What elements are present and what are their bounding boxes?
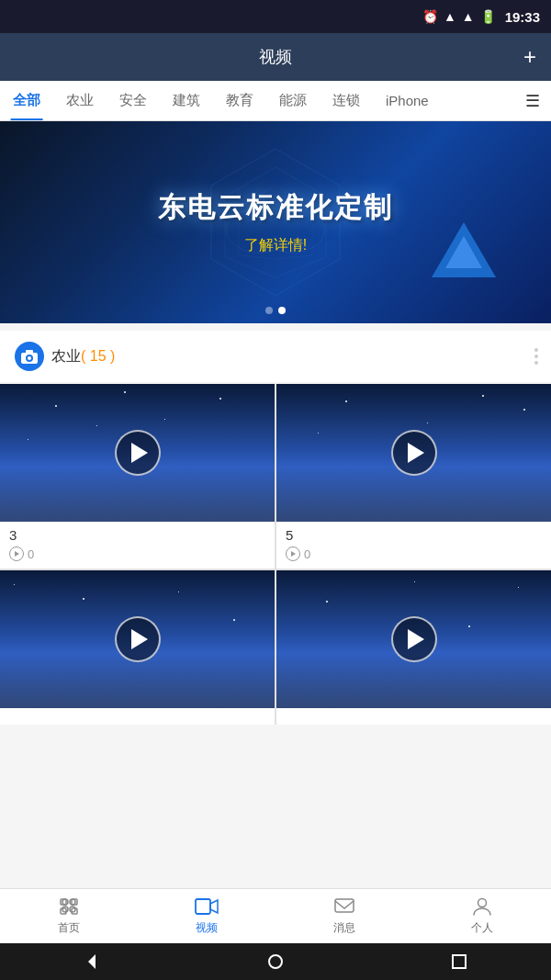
recents-button[interactable] [450, 952, 468, 971]
views-icon-2 [286, 546, 300, 561]
svg-point-18 [478, 899, 487, 907]
section-category-icon [15, 342, 44, 371]
signal-icon: ▲ [462, 9, 475, 24]
svg-point-6 [28, 356, 31, 360]
video-card-1[interactable]: 3 0 [0, 384, 275, 569]
svg-point-8 [70, 899, 75, 905]
section-count: ( 15 ) [81, 348, 115, 364]
video-info-3 [0, 708, 275, 725]
banner-triangle-small [445, 236, 482, 268]
banner-dots [265, 307, 286, 314]
video-meta-2: 0 [286, 546, 542, 561]
tab-education[interactable]: 教育 [213, 81, 266, 120]
video-views-1: 0 [28, 547, 34, 561]
camera-svg-icon [20, 349, 39, 364]
video-thumb-4 [276, 570, 551, 708]
tab-agriculture[interactable]: 农业 [53, 81, 107, 120]
banner-title: 东电云标准化定制 [158, 189, 393, 227]
profile-icon [470, 896, 494, 917]
svg-rect-17 [335, 899, 354, 912]
video-info-4 [276, 708, 551, 725]
message-label: 消息 [333, 920, 355, 936]
video-meta-1: 0 [9, 546, 265, 561]
back-button[interactable] [83, 952, 101, 971]
svg-rect-21 [453, 955, 466, 968]
svg-rect-15 [196, 899, 210, 914]
play-triangle-3 [131, 629, 148, 649]
more-dot-3 [534, 361, 538, 365]
play-button-4[interactable] [391, 616, 437, 662]
status-time: 19:33 [505, 9, 540, 25]
tab-energy[interactable]: 能源 [266, 81, 320, 120]
more-dot-1 [534, 348, 538, 352]
home-button[interactable] [266, 952, 285, 971]
play-triangle-1 [131, 443, 148, 463]
tab-all[interactable]: 全部 [0, 81, 53, 120]
video-thumb-2 [276, 384, 551, 522]
app-header: 视频 + [0, 33, 551, 81]
bottom-nav: 首页 视频 消息 个人 [0, 888, 551, 943]
banner-dot-1[interactable] [265, 307, 273, 314]
svg-marker-19 [88, 954, 96, 969]
banner-content: 东电云标准化定制 了解详情! [158, 189, 393, 255]
more-dot-2 [534, 355, 538, 358]
video-title-2: 5 [286, 527, 542, 543]
play-button-1[interactable] [115, 430, 161, 476]
video-views-2: 0 [304, 547, 310, 561]
alarm-icon: ⏰ [422, 9, 438, 24]
home-label: 首页 [58, 920, 80, 936]
status-icons: ⏰ ▲ ▲ 🔋 19:33 [422, 9, 540, 25]
tab-menu-icon[interactable]: ☰ [514, 91, 551, 111]
video-card-3[interactable] [0, 570, 275, 725]
video-thumb-1 [0, 384, 275, 522]
play-button-2[interactable] [391, 430, 437, 476]
play-triangle-2 [408, 443, 424, 463]
wifi-icon: ▲ [444, 9, 456, 24]
video-thumb-3 [0, 570, 275, 708]
nav-home[interactable]: 首页 [0, 889, 138, 943]
battery-icon: 🔋 [480, 9, 496, 24]
video-card-4[interactable] [276, 570, 551, 725]
nav-profile[interactable]: 个人 [413, 889, 551, 943]
section-title: 农业( 15 ) [51, 347, 115, 366]
video-card-2[interactable]: 5 0 [276, 384, 551, 569]
nav-message[interactable]: 消息 [276, 889, 413, 943]
video-grid: 3 0 [0, 384, 551, 725]
home-icon [57, 896, 81, 917]
tab-bar: 全部 农业 安全 建筑 教育 能源 连锁 iPhone ☰ [0, 81, 551, 121]
content-area: 东电云标准化定制 了解详情! 农业( 15 ) [0, 121, 551, 817]
video-nav-icon [195, 896, 219, 917]
tab-security[interactable]: 安全 [107, 81, 160, 120]
section-more-button[interactable] [534, 348, 538, 365]
video-label: 视频 [196, 920, 218, 936]
banner[interactable]: 东电云标准化定制 了解详情! [0, 121, 551, 323]
banner-dot-2[interactable] [278, 307, 286, 314]
video-title-1: 3 [9, 527, 265, 543]
views-icon-1 [9, 546, 24, 561]
header-title: 视频 [259, 46, 292, 68]
tab-construction[interactable]: 建筑 [160, 81, 213, 120]
video-info-1: 3 0 [0, 522, 275, 569]
message-icon [332, 896, 356, 917]
banner-subtitle: 了解详情! [158, 236, 393, 255]
nav-video[interactable]: 视频 [138, 889, 276, 943]
profile-label: 个人 [471, 920, 493, 936]
svg-point-10 [70, 907, 75, 912]
svg-point-9 [62, 907, 68, 912]
play-button-3[interactable] [115, 616, 161, 662]
video-info-2: 5 0 [276, 522, 551, 569]
svg-point-7 [62, 899, 68, 905]
play-triangle-4 [408, 629, 424, 649]
svg-marker-16 [210, 900, 218, 913]
tab-chain[interactable]: 连锁 [320, 81, 373, 120]
system-nav-bar [0, 943, 551, 980]
section-header: 农业( 15 ) [0, 331, 551, 382]
tab-iphone[interactable]: iPhone [373, 81, 442, 120]
status-bar: ⏰ ▲ ▲ 🔋 19:33 [0, 0, 551, 33]
add-button[interactable]: + [523, 46, 536, 68]
svg-rect-4 [26, 350, 33, 354]
svg-point-20 [269, 955, 282, 968]
